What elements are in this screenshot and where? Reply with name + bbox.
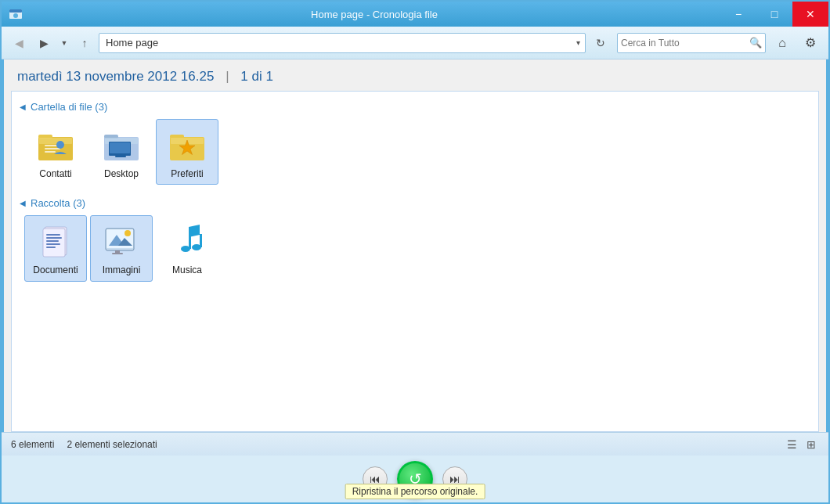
section-header-raccolta[interactable]: ◀ Raccolta (3) [18, 194, 812, 215]
section-label-raccolta: Raccolta (3) [31, 197, 85, 209]
svg-rect-27 [46, 243, 60, 245]
page-info: 1 di 1 [240, 69, 273, 84]
svg-point-33 [125, 230, 131, 236]
section-arrow-raccolta: ◀ [20, 199, 26, 207]
svg-rect-39 [200, 234, 202, 247]
maximize-button[interactable]: □ [756, 2, 792, 27]
desktop-label: Desktop [104, 168, 139, 179]
svg-rect-1 [9, 9, 22, 13]
up-button[interactable]: ↑ [74, 32, 96, 54]
status-info: 6 elementi 2 elementi selezionati [11, 439, 157, 450]
svg-rect-7 [45, 145, 57, 146]
file-item-documenti[interactable]: Documenti [24, 215, 87, 281]
svg-rect-37 [189, 236, 191, 249]
immagini-label: Immagini [103, 265, 141, 275]
file-item-preferiti[interactable]: Preferiti [156, 119, 218, 185]
elements-count: 6 elementi [11, 439, 54, 450]
svg-point-2 [13, 13, 18, 18]
address-text: Home page [103, 37, 575, 49]
desktop-icon [101, 124, 142, 165]
status-bar: 6 elementi 2 elementi selezionati ☰ ⊞ [2, 432, 828, 455]
content-area: ◀ Cartella di file (3) [11, 91, 819, 432]
contatti-icon [35, 124, 76, 165]
svg-rect-26 [46, 240, 59, 242]
svg-rect-35 [112, 253, 123, 254]
tooltip: Ripristina il percorso originale. [345, 484, 485, 499]
svg-rect-28 [46, 247, 56, 248]
window-controls: − □ ✕ [720, 2, 828, 27]
svg-point-10 [56, 141, 64, 149]
date-divider: | [226, 69, 233, 84]
view-details-button[interactable]: ☰ [784, 437, 800, 452]
view-icons-button[interactable]: ⊞ [803, 437, 819, 452]
settings-button[interactable]: ⚙ [799, 32, 822, 54]
svg-rect-24 [46, 234, 60, 236]
address-dropdown-button[interactable]: ▾ [575, 37, 582, 49]
close-button[interactable]: ✕ [792, 2, 828, 27]
main-window: Home page - Cronologia file − □ ✕ ◀ ▶ ▼ … [0, 0, 830, 504]
file-item-contatti[interactable]: Contatti [24, 119, 87, 185]
window-title: Home page - Cronologia file [28, 9, 720, 20]
svg-rect-25 [46, 237, 62, 239]
file-item-immagini[interactable]: Immagini [90, 215, 153, 281]
nav-dropdown-button[interactable]: ▼ [58, 32, 70, 54]
file-item-desktop[interactable]: Desktop [90, 119, 153, 185]
forward-button[interactable]: ▶ [33, 32, 55, 54]
home-button[interactable]: ⌂ [770, 32, 794, 54]
documenti-icon [35, 221, 76, 261]
preferiti-icon [167, 124, 208, 165]
bottom-controls: ⏮ ↺ ⏭ Ripristina il percorso originale. [2, 455, 828, 502]
svg-rect-6 [39, 138, 72, 144]
app-icon [8, 6, 23, 22]
musica-icon [167, 221, 208, 261]
search-button[interactable]: 🔍 [749, 37, 762, 49]
section-header-cartella[interactable]: ◀ Cartella di file (3) [18, 98, 812, 119]
svg-rect-23 [43, 229, 65, 257]
section-label-cartella: Cartella di file (3) [31, 101, 107, 113]
status-view-controls: ☰ ⊞ [784, 437, 819, 452]
file-item-musica[interactable]: Musica [156, 215, 218, 281]
toolbar: ◀ ▶ ▼ ↑ Home page ▾ ↻ 🔍 ⌂ ⚙ [2, 27, 828, 59]
musica-label: Musica [172, 265, 202, 275]
immagini-icon [101, 221, 142, 261]
cartella-items-grid: Contatti Desktop [18, 119, 812, 194]
back-button[interactable]: ◀ [8, 32, 30, 54]
preferiti-label: Preferiti [171, 168, 203, 179]
address-bar: Home page ▾ [99, 33, 586, 53]
search-bar: 🔍 [617, 33, 766, 53]
section-arrow-cartella: ◀ [20, 103, 26, 111]
svg-rect-15 [110, 142, 130, 153]
title-bar: Home page - Cronologia file − □ ✕ [2, 2, 828, 27]
svg-rect-9 [45, 151, 56, 153]
minimize-button[interactable]: − [720, 2, 756, 27]
svg-rect-8 [45, 148, 60, 149]
documenti-label: Documenti [33, 265, 78, 275]
selected-count: 2 elementi selezionati [67, 439, 157, 450]
contatti-label: Contatti [39, 168, 71, 179]
raccolta-items-grid: Documenti Immagini [18, 215, 812, 290]
search-input[interactable] [621, 38, 749, 49]
svg-rect-17 [115, 156, 126, 157]
date-header: martedì 13 novembre 2012 16.25 | 1 di 1 [2, 59, 828, 91]
refresh-button[interactable]: ↻ [590, 33, 611, 53]
date-text: martedì 13 novembre 2012 16.25 [17, 69, 214, 84]
